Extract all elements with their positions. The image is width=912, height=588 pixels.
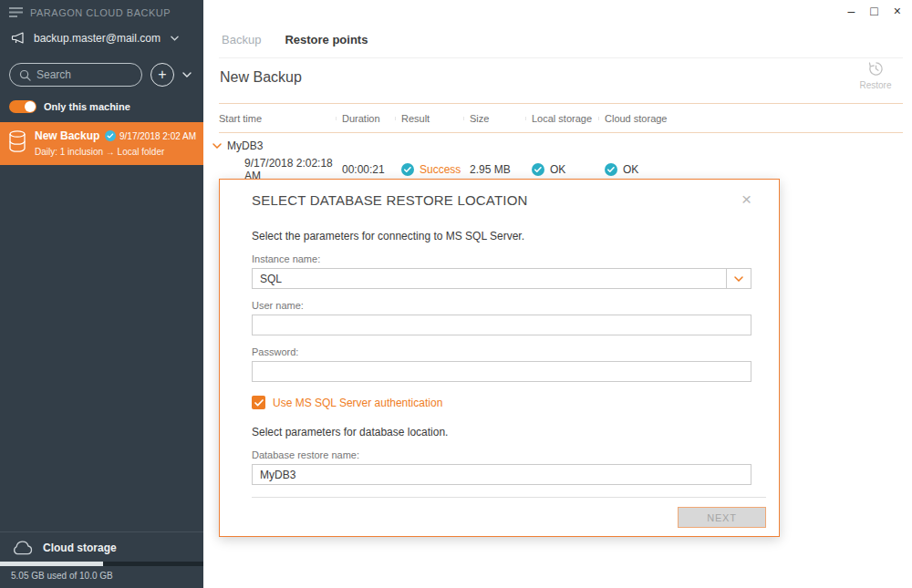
cloud-icon: [11, 540, 34, 555]
cloud-storage-text: OK: [623, 163, 638, 176]
search-row: +: [0, 53, 203, 95]
search-box[interactable]: [9, 63, 142, 87]
dialog-footer: NEXT: [252, 497, 766, 528]
column-duration[interactable]: Duration: [342, 113, 401, 124]
cell-cloud-storage: OK: [605, 163, 903, 176]
only-this-machine-toggle[interactable]: [9, 100, 36, 113]
local-storage-text: OK: [550, 163, 565, 176]
backup-name: New Backup: [35, 129, 99, 142]
instance-name-label: Instance name:: [252, 253, 751, 265]
user-name-label: User name:: [252, 300, 751, 312]
next-button[interactable]: NEXT: [678, 507, 766, 528]
chevron-down-icon[interactable]: [726, 269, 751, 288]
chevron-down-icon[interactable]: [182, 72, 192, 77]
sql-auth-checkbox-row[interactable]: Use MS SQL Server authentication: [252, 396, 751, 409]
window-controls: – □ ×: [848, 4, 901, 18]
sidebar: PARAGON CLOUD BACKUP backup.master@mail.…: [0, 0, 203, 588]
tab-bar: Backup Restore points: [222, 33, 368, 46]
cell-result: Success: [401, 163, 470, 176]
tab-backup[interactable]: Backup: [222, 33, 261, 46]
backup-subtitle: Daily: 1 inclusion → Local folder: [35, 147, 196, 157]
group-row[interactable]: MyDB3: [212, 133, 903, 156]
account-menu[interactable]: backup.master@mail.com: [0, 24, 203, 53]
column-cloud-storage[interactable]: Cloud storage: [605, 113, 903, 124]
check-circle-icon: [401, 163, 414, 176]
result-text: Success: [420, 163, 461, 176]
tab-restore-points[interactable]: Restore points: [285, 33, 368, 46]
add-backup-button[interactable]: +: [150, 63, 174, 87]
password-label: Password:: [252, 346, 751, 358]
page-title: New Backup: [220, 69, 302, 86]
dialog-close-icon[interactable]: ×: [741, 191, 751, 208]
cloud-storage-title: Cloud storage: [43, 542, 117, 554]
app-title: PARAGON CLOUD BACKUP: [30, 7, 171, 18]
machine-filter-row: Only this machine: [0, 95, 203, 122]
db-restore-name-label: Database restore name:: [252, 449, 751, 461]
cloud-storage-section: Cloud storage 5.05 GB used of 10.0 GB: [0, 531, 203, 588]
column-start-time[interactable]: Start time: [219, 113, 342, 124]
check-circle-icon: [105, 130, 116, 141]
column-result[interactable]: Result: [401, 113, 470, 124]
app-header: PARAGON CLOUD BACKUP: [0, 0, 203, 24]
restore-label: Restore: [859, 80, 891, 90]
chevron-down-icon: [171, 36, 179, 41]
restore-points-table: Start time Duration Result Size Local st…: [219, 103, 903, 183]
backup-last-date: 9/17/2018 2:02 AM: [119, 131, 196, 141]
column-local-storage[interactable]: Local storage: [532, 113, 605, 124]
app-logo-icon: [9, 6, 23, 18]
dialog-title: SELECT DATABASE RESTORE LOCATION: [252, 192, 528, 208]
cell-size: 2.95 MB: [470, 163, 532, 176]
only-this-machine-label: Only this machine: [44, 101, 130, 112]
password-input[interactable]: [252, 361, 751, 382]
backup-list-item[interactable]: New Backup 9/17/2018 2:02 AM Daily: 1 in…: [0, 122, 203, 165]
minimize-button[interactable]: –: [848, 4, 855, 18]
user-name-input[interactable]: [252, 315, 751, 335]
db-restore-name-input[interactable]: [252, 464, 751, 485]
account-email: backup.master@mail.com: [34, 32, 161, 45]
restore-icon: [867, 60, 885, 77]
backup-database-icon: [7, 129, 27, 157]
group-name: MyDB3: [227, 139, 263, 152]
check-circle-icon: [532, 163, 544, 176]
instance-name-value: SQL: [253, 273, 726, 285]
search-input[interactable]: [36, 68, 132, 81]
restore-location-dialog: SELECT DATABASE RESTORE LOCATION × Selec…: [219, 179, 780, 537]
cell-local-storage: OK: [532, 163, 605, 176]
check-circle-icon: [605, 163, 617, 176]
cloud-storage-usage: 5.05 GB used of 10.0 GB: [0, 566, 203, 588]
cell-duration: 00:00:21: [342, 163, 401, 176]
tabs-divider: [219, 57, 903, 58]
search-icon: [19, 69, 31, 81]
column-size[interactable]: Size: [470, 113, 532, 124]
table-header: Start time Duration Result Size Local st…: [219, 103, 903, 133]
announcement-icon: [11, 32, 26, 45]
maximize-button[interactable]: □: [870, 4, 877, 18]
restore-button[interactable]: Restore: [854, 60, 897, 90]
close-button[interactable]: ×: [894, 4, 901, 18]
sql-auth-checkbox-label: Use MS SQL Server authentication: [273, 397, 442, 409]
dialog-location-intro: Select parameters for database location.: [252, 426, 751, 438]
instance-name-select[interactable]: SQL: [252, 268, 751, 289]
checkbox-checked-icon[interactable]: [252, 396, 265, 409]
backup-date-badge: 9/17/2018 2:02 AM: [105, 130, 196, 141]
chevron-expanded-icon: [212, 143, 222, 149]
dialog-connect-intro: Select the parameters for connecting to …: [252, 230, 751, 242]
